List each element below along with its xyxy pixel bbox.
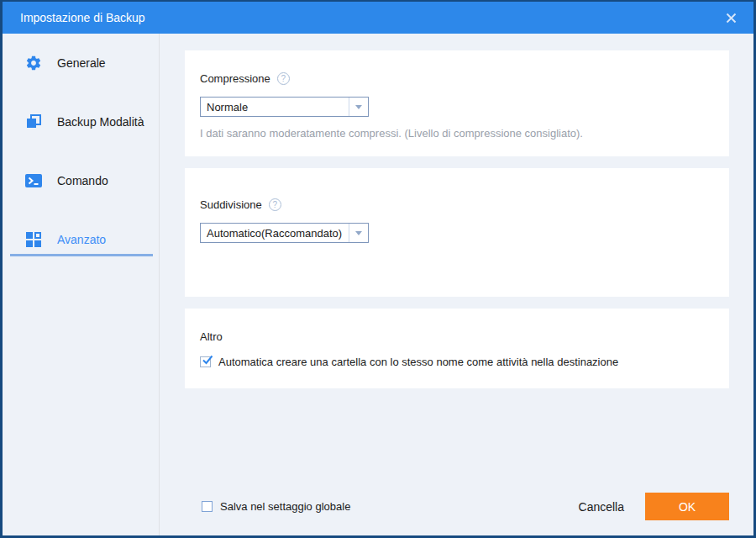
chevron-down-icon (355, 105, 362, 109)
sidebar-item-label: Backup Modalità (57, 115, 144, 129)
sidebar-item-label: Generale (57, 56, 106, 70)
sidebar-item-avanzato[interactable]: Avanzato (3, 210, 159, 269)
auto-folder-checkbox-row: Automatica creare una cartella con lo st… (200, 356, 712, 368)
help-icon[interactable]: ? (269, 198, 281, 211)
sidebar-item-label: Avanzato (57, 233, 106, 246)
sidebar-item-generale[interactable]: Generale (3, 34, 159, 92)
ok-button[interactable]: OK (645, 493, 729, 520)
compressione-card: Compressione ? Normale I dati saranno mo… (185, 50, 729, 156)
save-global-checkbox[interactable] (202, 501, 213, 512)
cancel-button[interactable]: Cancella (570, 493, 633, 520)
suddivisione-card: Suddivisione ? Automatico(Raccomandato) (185, 168, 729, 297)
window-title: Impostazione di Backup (20, 11, 145, 24)
compressione-dropdown[interactable]: Normale (200, 97, 369, 117)
terminal-icon (25, 172, 42, 189)
chevron-down-icon (355, 231, 362, 235)
save-global-checkbox-row: Salva nel settaggio globale (202, 500, 350, 513)
dialog-body: Generale Backup Modalità (3, 34, 753, 535)
footer-bar: Salva nel settaggio globale Cancella OK (185, 493, 729, 520)
copy-squares-icon (25, 113, 42, 130)
compressione-dropdown-arrow[interactable] (349, 98, 368, 116)
suddivisione-dropdown[interactable]: Automatico(Raccomandato) (200, 223, 369, 243)
compressione-help-text: I dati saranno moderatamente compressi. … (200, 127, 712, 140)
suddivisione-label: Suddivisione (200, 198, 262, 211)
sidebar-item-label: Comando (57, 174, 108, 187)
titlebar: Impostazione di Backup (3, 2, 753, 34)
sidebar: Generale Backup Modalità (3, 34, 160, 535)
main-content: Compressione ? Normale I dati saranno mo… (160, 34, 753, 535)
sidebar-item-comando[interactable]: Comando (3, 151, 159, 210)
suddivisione-dropdown-arrow[interactable] (349, 224, 368, 242)
suddivisione-dropdown-value: Automatico(Raccomandato) (201, 224, 349, 242)
save-global-checkbox-label: Salva nel settaggio globale (220, 500, 350, 513)
active-item-underline (10, 254, 153, 256)
altro-card: Altro Automatica creare una cartella con… (185, 309, 729, 388)
close-icon (726, 13, 737, 24)
close-button[interactable] (717, 5, 745, 30)
check-icon (202, 354, 213, 366)
compressione-dropdown-value: Normale (201, 98, 349, 116)
help-icon[interactable]: ? (277, 72, 290, 85)
grid-icon (25, 231, 42, 248)
auto-folder-checkbox[interactable] (200, 356, 211, 367)
gear-icon (25, 55, 42, 71)
sidebar-item-backup-modalita[interactable]: Backup Modalità (3, 92, 159, 151)
auto-folder-checkbox-label: Automatica creare una cartella con lo st… (218, 356, 618, 368)
altro-label: Altro (200, 330, 223, 343)
backup-settings-dialog: Impostazione di Backup Generale (0, 0, 756, 538)
compressione-label: Compressione (200, 72, 270, 85)
